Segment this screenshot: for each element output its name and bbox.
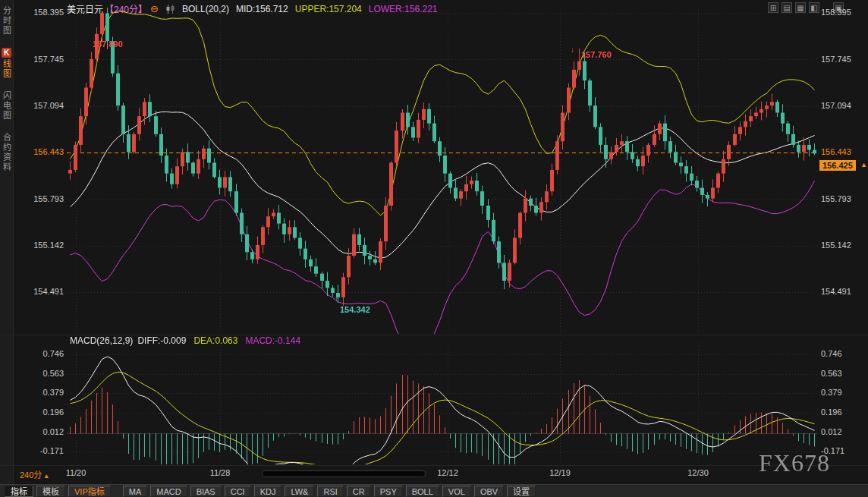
price-axis-label: 154.491	[821, 287, 866, 296]
toolbar-tab-vip-indicators[interactable]: VIP指标	[68, 486, 111, 497]
last-price-tag: 156.425	[819, 160, 856, 171]
indicator-button-obv[interactable]: OBV	[474, 486, 504, 497]
macd-dea-value: DEA:0.063	[193, 335, 237, 346]
macd-axis-label: 0.379	[15, 388, 64, 397]
indicator-button-psy[interactable]: PSY	[374, 486, 403, 497]
swing-high-annotation: 157.890	[93, 39, 123, 49]
macd-axis-label: 0.379	[821, 388, 866, 397]
price-axis-label-ref: 156.443	[821, 147, 866, 156]
sidebar-tab-tick[interactable]: 闪电图	[1, 91, 13, 121]
price-axis-label: 155.793	[821, 194, 866, 203]
swing-high-marker-icon: ↓	[96, 50, 99, 58]
macd-axis-label: 0.196	[15, 407, 64, 417]
settings-button[interactable]: 设置	[507, 486, 536, 497]
swing-high-annotation: 157.760	[581, 50, 612, 59]
trading-terminal: 分时图 K 线图 闪电图 合约资料 美元日元 【240分】 ⊖ BOLL(20,…	[0, 0, 868, 497]
kline-chip-icon: K	[2, 48, 11, 58]
price-axis-label: 157.745	[15, 55, 64, 64]
macd-diff-value: DIFF:-0.009	[137, 335, 186, 346]
macd-axis-label: 0.563	[15, 369, 64, 378]
swing-high-marker-icon: ↓	[571, 46, 574, 54]
price-axis-label: 157.094	[821, 101, 866, 110]
period-selector-label: 240分	[20, 470, 42, 480]
price-axis-label-ref: 156.443	[15, 147, 64, 156]
panel-divider	[0, 335, 868, 335]
indicator-button-macd[interactable]: MACD	[150, 486, 187, 497]
macd-macd-value: MACD:-0.144	[245, 335, 300, 346]
macd-axis-label: -0.171	[15, 446, 64, 455]
price-axis-label: 158.395	[15, 8, 64, 17]
date-axis-label: 11/20	[66, 468, 86, 477]
price-axis-label: 155.142	[821, 241, 866, 250]
toolbar-tab-indicators[interactable]: 指标	[5, 486, 33, 497]
indicator-toolbar: 指标 模板 VIP指标 MA MACD BIAS CCI KDJ LW& RSI…	[0, 484, 868, 497]
macd-label: MACD(26,12,9)	[70, 335, 133, 346]
indicator-button-bias[interactable]: BIAS	[190, 486, 222, 497]
sidebar-tab-contract-info[interactable]: 合约资料	[1, 133, 13, 172]
swing-low-marker-icon: ↑	[335, 294, 338, 303]
sidebar-tab-timeshare[interactable]: 分时图	[1, 6, 13, 36]
indicator-button-ma[interactable]: MA	[123, 486, 148, 497]
chevron-up-icon: ▲	[43, 473, 49, 480]
macd-axis-label: 0.746	[821, 349, 866, 358]
price-axis-label: 155.793	[15, 194, 64, 203]
macd-panel-canvas[interactable]	[67, 343, 817, 464]
brand-watermark: FX678	[759, 449, 830, 477]
toolbar-tab-templates[interactable]: 模板	[36, 486, 65, 497]
macd-axis-label: 0.196	[821, 407, 866, 417]
chart-type-sidebar: 分时图 K 线图 闪电图 合约资料	[0, 0, 14, 484]
price-axis-label: 158.395	[821, 8, 866, 17]
sidebar-tab-label: 合约资料	[1, 133, 13, 172]
sidebar-tab-kline[interactable]: K 线图	[1, 48, 13, 79]
last-price-arrow-icon: ▲	[860, 161, 867, 168]
price-axis-label: 155.142	[15, 241, 64, 250]
indicator-button-lwr[interactable]: LW&	[285, 486, 314, 497]
indicator-button-cci[interactable]: CCI	[225, 486, 251, 497]
indicator-button-kdj[interactable]: KDJ	[254, 486, 282, 497]
price-axis-label: 157.094	[15, 101, 64, 110]
swing-low-annotation: 154.342	[340, 305, 370, 314]
date-axis-label: 12/12	[437, 468, 458, 477]
sidebar-tab-label: 线图	[1, 59, 13, 79]
macd-axis-label: 0.012	[821, 427, 866, 436]
indicator-button-cr[interactable]: CR	[347, 486, 371, 497]
price-axis-label: 154.491	[15, 287, 64, 296]
date-axis-label: 11/28	[210, 468, 231, 477]
period-selector[interactable]: 240分▲	[20, 468, 49, 480]
date-axis-label: 12/19	[549, 468, 571, 477]
macd-header: MACD(26,12,9) DIFF:-0.009 DEA:0.063 MACD…	[70, 335, 300, 346]
indicator-button-rsi[interactable]: RSI	[317, 486, 343, 497]
macd-axis-label: 0.012	[15, 427, 64, 436]
macd-axis-label: 0.563	[821, 369, 866, 378]
date-axis-label: 12/30	[687, 468, 709, 477]
price-axis-label: 157.745	[821, 55, 866, 64]
indicator-button-vol[interactable]: VOL	[442, 486, 471, 497]
sidebar-tab-label: 闪电图	[1, 91, 13, 121]
macd-axis-label: 0.746	[15, 349, 64, 358]
panel-divider	[0, 465, 868, 466]
main-chart-canvas[interactable]	[67, 8, 817, 334]
sidebar-tab-label: 分时图	[1, 6, 13, 36]
indicator-button-boll[interactable]: BOLL	[406, 486, 439, 497]
scrollbar-thumb[interactable]	[262, 470, 426, 477]
